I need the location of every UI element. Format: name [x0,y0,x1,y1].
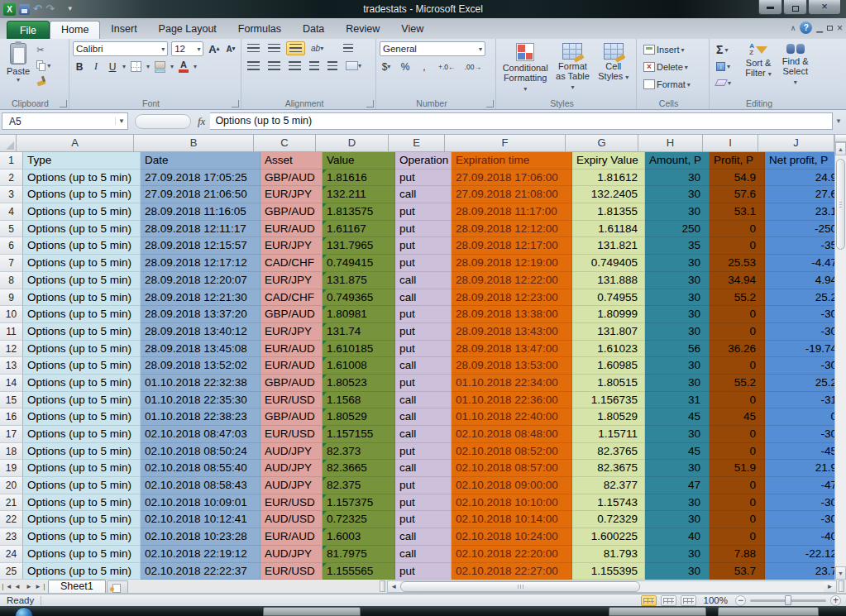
cell-F5[interactable]: 28.09.2018 12:12:00 [452,221,572,238]
cell-J11[interactable]: -30 [765,323,834,341]
cell-G14[interactable]: 1.80515 [572,375,645,392]
align-center-button[interactable] [265,59,283,73]
cell-F19[interactable]: 02.10.2018 08:57:00 [452,460,572,477]
cell-H15[interactable]: 31 [645,392,710,409]
shrink-font-button[interactable]: A▾ [224,42,237,56]
increase-indent-button[interactable] [325,59,340,73]
underline-dropdown[interactable]: ▾ [122,63,126,70]
cell-I21[interactable]: 0 [710,494,765,512]
sheet-tab-sheet1[interactable]: Sheet1 [48,580,106,593]
row-header-18[interactable]: 18 [0,443,23,461]
cell-H12[interactable]: 56 [645,341,710,358]
font-color-dropdown[interactable]: ▾ [194,63,197,70]
borders-dropdown[interactable]: ▾ [146,63,150,70]
cell-J6[interactable]: -35 [765,237,834,255]
cell-B8[interactable]: 28.09.2018 12:20:07 [141,272,260,289]
cell-I1[interactable]: Profit, P [710,152,765,170]
row-header-20[interactable]: 20 [0,477,23,494]
cell-C24[interactable]: AUD/JPY [260,546,323,563]
percent-style-button[interactable]: % [399,60,412,74]
cell-B2[interactable]: 27.09.2018 17:05:25 [141,170,260,187]
cell-J24[interactable]: -22.12 [765,546,834,563]
cell-G18[interactable]: 82.3765 [572,443,645,461]
cell-B10[interactable]: 28.09.2018 13:37:20 [141,306,260,323]
cell-H18[interactable]: 45 [645,443,710,461]
cell-C1[interactable]: Asset [260,152,323,170]
font-name-select[interactable]: Calibri▾ [73,41,168,56]
cell-J5[interactable]: -250 [765,221,834,238]
cell-B18[interactable]: 02.10.2018 08:50:24 [141,443,260,461]
close-button[interactable]: × [808,0,841,15]
fill-color-dropdown[interactable]: ▾ [170,63,174,70]
cell-I14[interactable]: 55.2 [710,375,765,392]
row-header-2[interactable]: 2 [0,170,23,187]
cell-A21[interactable]: Options (up to 5 min) [23,494,141,512]
cell-B11[interactable]: 28.09.2018 13:40:12 [141,323,260,341]
cell-B5[interactable]: 28.09.2018 12:11:17 [141,221,260,238]
cell-G2[interactable]: 1.81612 [572,170,645,187]
cell-C7[interactable]: CAD/CHF [260,255,323,272]
cell-I9[interactable]: 55.2 [710,289,765,307]
zoom-level[interactable]: 100% [704,595,728,605]
cell-B15[interactable]: 01.10.2018 22:35:30 [141,392,260,409]
scroll-down-button[interactable]: ▼ [835,566,846,580]
cell-F3[interactable]: 27.09.2018 21:08:00 [452,186,572,203]
cell-H2[interactable]: 30 [645,170,710,187]
cell-I16[interactable]: 45 [710,408,765,426]
cell-C15[interactable]: EUR/USD [260,392,323,409]
insert-cells-button[interactable]: Insert▾ [642,43,705,56]
horizontal-scroll-thumb[interactable] [400,581,640,592]
scroll-up-button[interactable]: ▲ [835,142,846,155]
cell-F18[interactable]: 02.10.2018 08:52:00 [452,443,572,461]
format-as-table-button[interactable]: Format as Table ▾ [551,41,594,96]
cell-D13[interactable]: 1.61008 [323,357,395,375]
cell-B13[interactable]: 28.09.2018 13:52:02 [141,357,260,375]
cell-A7[interactable]: Options (up to 5 min) [23,255,141,272]
row-header-11[interactable]: 11 [0,323,23,341]
column-header-D[interactable]: D [316,135,389,152]
vertical-scroll-track[interactable] [835,155,846,566]
row-header-16[interactable]: 16 [0,408,23,426]
cell-D2[interactable]: 1.81616 [323,170,395,187]
cell-A8[interactable]: Options (up to 5 min) [23,272,141,289]
clipboard-dialog-launcher[interactable] [60,100,67,107]
formula-bar-input[interactable]: Options (up to 5 min) [210,112,833,130]
last-sheet-button[interactable]: ►❘ [35,583,46,590]
cell-E8[interactable]: call [395,272,452,289]
cell-F21[interactable]: 02.10.2018 10:10:00 [452,494,572,512]
cell-J18[interactable]: -45 [765,443,834,461]
tab-data[interactable]: Data [292,21,335,39]
cell-H13[interactable]: 30 [645,357,710,375]
cell-I8[interactable]: 34.94 [710,272,765,289]
middle-align-button[interactable] [265,41,283,55]
cell-A19[interactable]: Options (up to 5 min) [23,460,141,477]
row-header-21[interactable]: 21 [0,494,23,512]
cell-B4[interactable]: 28.09.2018 11:16:05 [141,203,260,221]
cell-B7[interactable]: 28.09.2018 12:17:12 [141,255,260,272]
cell-F20[interactable]: 02.10.2018 09:00:00 [452,477,572,494]
row-header-12[interactable]: 12 [0,341,23,358]
font-size-select[interactable]: 12▾ [171,41,203,56]
row-header-5[interactable]: 5 [0,221,23,238]
cell-I19[interactable]: 51.9 [710,460,765,477]
row-header-1[interactable]: 1 [0,152,23,170]
cell-D19[interactable]: 82.3665 [323,460,395,477]
workbook-restore-button[interactable] [827,26,833,31]
cell-H25[interactable]: 30 [645,563,710,580]
cell-D15[interactable]: 1.1568 [323,392,395,409]
cell-J23[interactable]: -40 [765,528,834,546]
cell-D7[interactable]: 0.749415 [323,255,395,272]
page-break-view-button[interactable] [681,595,696,606]
autosum-button[interactable]: Σ▾ [715,43,740,56]
column-header-J[interactable]: J [758,135,834,152]
cell-A18[interactable]: Options (up to 5 min) [23,443,141,461]
cell-A10[interactable]: Options (up to 5 min) [23,306,141,323]
cell-E9[interactable]: call [395,289,452,307]
row-header-22[interactable]: 22 [0,511,23,528]
vertical-split-handle[interactable] [835,135,846,142]
cell-J7[interactable]: -4.47 [765,255,834,272]
row-header-14[interactable]: 14 [0,375,23,392]
column-header-F[interactable]: F [445,135,566,152]
cell-E3[interactable]: call [395,186,452,203]
cell-G4[interactable]: 1.81355 [572,203,645,221]
